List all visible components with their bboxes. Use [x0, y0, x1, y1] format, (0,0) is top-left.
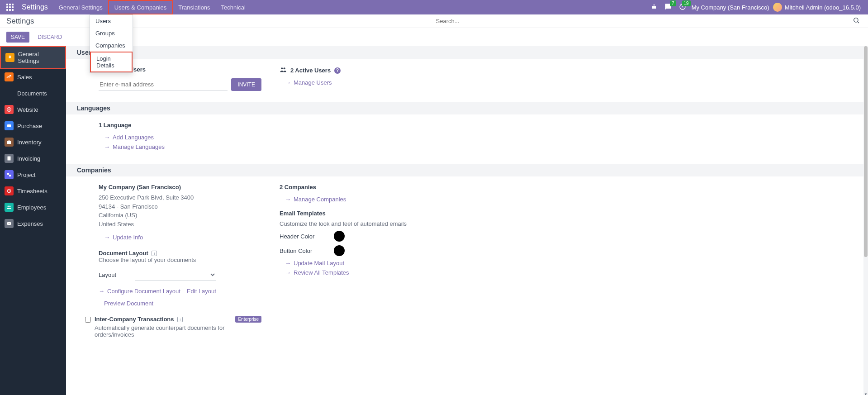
- header-color-label: Header Color: [280, 233, 325, 240]
- update-mail-layout-link[interactable]: → Update Mail Layout: [280, 260, 442, 267]
- active-users-count: 2 Active Users: [290, 67, 331, 74]
- sidebar-employees[interactable]: Employees: [0, 199, 66, 215]
- svg-point-14: [281, 67, 283, 69]
- info-icon[interactable]: i: [177, 317, 183, 322]
- layout-select[interactable]: [135, 269, 216, 281]
- avatar-icon: [773, 3, 782, 12]
- messages-icon[interactable]: 7: [663, 1, 674, 14]
- page-title: Settings: [6, 17, 34, 26]
- manage-users-link[interactable]: → Manage Users: [280, 79, 442, 86]
- gear-icon: [5, 53, 14, 62]
- intercompany-checkbox[interactable]: [85, 317, 91, 323]
- discard-button[interactable]: DISCARD: [33, 32, 66, 43]
- nav-technical[interactable]: Technical: [216, 0, 251, 14]
- sidebar-website[interactable]: Website: [0, 101, 66, 118]
- navbar-company[interactable]: My Company (San Francisco): [692, 4, 769, 11]
- nav-translations[interactable]: Translations: [173, 0, 215, 14]
- app-title: Settings: [18, 3, 52, 11]
- nav-users-companies[interactable]: Users & Companies: [108, 0, 173, 14]
- svg-rect-8: [9, 175, 11, 176]
- svg-rect-6: [8, 157, 11, 161]
- dropdown-login-details[interactable]: Login Details: [90, 52, 133, 72]
- companies-count: 2 Companies: [280, 184, 442, 190]
- invite-button[interactable]: INVITE: [231, 78, 261, 91]
- people-icon: [5, 203, 14, 212]
- apps-grid-icon[interactable]: [4, 1, 16, 14]
- svg-point-15: [284, 67, 285, 69]
- arrow-right-icon: →: [285, 196, 291, 203]
- review-templates-link[interactable]: → Review All Templates: [280, 269, 442, 276]
- nav-general-settings[interactable]: General Settings: [53, 0, 108, 14]
- add-languages-link[interactable]: → Add Languages: [99, 134, 261, 141]
- main-content: User Invite New Users INVITE 2 Active Us…: [66, 46, 868, 395]
- blank-icon: [5, 89, 14, 98]
- arrow-right-icon: →: [104, 234, 110, 241]
- svg-point-13: [9, 223, 9, 224]
- enterprise-badge: Enterprise: [235, 316, 261, 323]
- sidebar-general-settings[interactable]: General Settings: [0, 46, 66, 69]
- manage-languages-link[interactable]: → Manage Languages: [99, 143, 261, 150]
- top-navbar: Settings General Settings Users & Compan…: [0, 0, 868, 14]
- manage-companies-link[interactable]: → Manage Companies: [280, 196, 442, 203]
- search-input[interactable]: [434, 16, 851, 26]
- company-state: California (US): [99, 211, 261, 220]
- dropdown-users[interactable]: Users: [90, 15, 133, 27]
- button-color-swatch[interactable]: [334, 245, 345, 256]
- users-companies-dropdown: Users Groups Companies Login Details: [90, 14, 133, 73]
- messages-badge: 7: [670, 0, 676, 6]
- bug-icon[interactable]: [649, 2, 659, 13]
- globe-icon: [5, 105, 14, 114]
- intercompany-label: Inter-Company Transactions: [95, 316, 174, 323]
- activities-badge: 19: [682, 0, 691, 6]
- header-color-swatch[interactable]: [334, 231, 345, 242]
- scroll-down-icon[interactable]: ▼: [863, 392, 868, 395]
- sidebar-documents[interactable]: Documents: [0, 85, 66, 101]
- arrow-right-icon: →: [104, 143, 110, 150]
- chart-icon: [5, 72, 14, 81]
- help-icon[interactable]: ?: [334, 67, 341, 74]
- dropdown-groups[interactable]: Groups: [90, 27, 133, 39]
- sidebar-expenses[interactable]: Expenses: [0, 215, 66, 232]
- scrollbar-thumb[interactable]: [864, 46, 868, 257]
- invoice-icon: [5, 154, 14, 163]
- svg-point-11: [9, 206, 11, 207]
- layout-label: Layout: [99, 271, 126, 278]
- arrow-right-icon: →: [285, 79, 291, 86]
- arrow-right-icon: →: [104, 134, 110, 141]
- svg-rect-5: [7, 141, 11, 144]
- save-button[interactable]: SAVE: [6, 32, 29, 43]
- activities-icon[interactable]: 19: [677, 1, 688, 14]
- doc-layout-desc: Choose the layout of your documents: [99, 257, 261, 263]
- scrollbar[interactable]: ▼: [863, 46, 868, 395]
- sidebar-project[interactable]: Project: [0, 167, 66, 183]
- email-templates-desc: Customize the look and feel of automated…: [280, 220, 442, 227]
- invite-email-input[interactable]: [99, 78, 228, 91]
- user-menu[interactable]: Mitchell Admin (odoo_16.5.0): [773, 3, 861, 12]
- company-country: United States: [99, 220, 261, 229]
- sidebar: General Settings Sales Documents Website…: [0, 46, 66, 395]
- button-color-label: Button Color: [280, 247, 325, 254]
- sidebar-invoicing[interactable]: Invoicing: [0, 150, 66, 167]
- sidebar-inventory[interactable]: Inventory: [0, 134, 66, 150]
- search-icon[interactable]: [851, 15, 862, 27]
- info-icon[interactable]: i: [152, 251, 157, 256]
- sidebar-sales[interactable]: Sales: [0, 69, 66, 85]
- update-info-link[interactable]: → Update Info: [99, 234, 261, 241]
- doc-layout-label: Document Layout: [99, 250, 148, 257]
- puzzle-icon: [5, 170, 14, 179]
- sidebar-purchase[interactable]: Purchase: [0, 118, 66, 134]
- people-icon: [280, 66, 287, 75]
- cart-icon: [5, 121, 14, 130]
- configure-layout-link[interactable]: → Configure Document Layout: [99, 288, 180, 295]
- preview-document-link[interactable]: Preview Document: [99, 300, 261, 307]
- company-address1: 250 Executive Park Blvd, Suite 3400: [99, 193, 261, 202]
- section-users-header: User: [66, 46, 868, 59]
- my-company-name: My Company (San Francisco): [99, 184, 261, 190]
- edit-layout-link[interactable]: Edit Layout: [187, 288, 216, 295]
- box-icon: [5, 138, 14, 147]
- dropdown-companies[interactable]: Companies: [90, 39, 133, 52]
- intercompany-desc: Automatically generate counterpart docum…: [95, 324, 261, 338]
- sidebar-timesheets[interactable]: Timesheets: [0, 183, 66, 199]
- arrow-right-icon: →: [285, 260, 291, 267]
- arrow-right-icon: →: [99, 288, 104, 295]
